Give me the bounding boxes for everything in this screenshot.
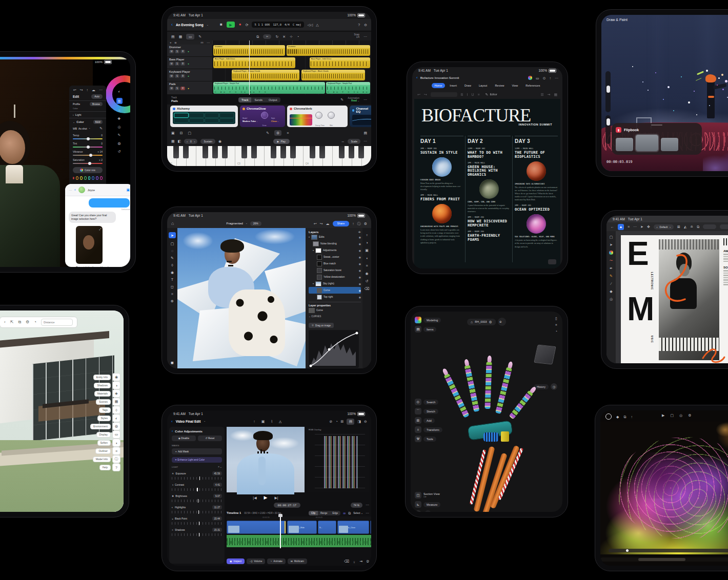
properties-icon[interactable]: ≡ [366,264,368,267]
healing-icon[interactable]: ✚ [118,117,121,120]
retime-icon[interactable]: ◔ [335,420,337,423]
scrubber-handle[interactable] [626,549,629,552]
region[interactable]: Bass Player - Indie Disco [213,57,295,68]
mixer-icon[interactable]: ≡ [287,131,289,135]
view-region-icon[interactable]: ▭ [186,34,194,39]
chromaverb-decay-knob[interactable]: Decay Time [315,112,325,128]
record-takes-icon[interactable]: ▣ [171,131,175,135]
panel-model-info[interactable]: Model Infoⓘ [93,455,120,463]
slider-temp[interactable]: Temp0 [73,134,103,139]
panel-shadows[interactable]: Shadows◑ [94,381,120,389]
chromaglow-model[interactable]: ModelModern Tube ⌄ [242,117,258,122]
visibility-icon[interactable]: ◉ [359,236,361,239]
visibility-icon[interactable]: ◉ [359,296,361,299]
color-dot-orange[interactable] [76,176,78,180]
layer-row[interactable]: Yellow desaturation◉ [309,274,361,280]
edit-icon[interactable]: ☰ [116,98,123,104]
color-section[interactable]: Color [76,120,84,123]
node-tool-icon[interactable]: ➤ [610,243,613,246]
more-icon[interactable]: ⋯ [363,98,367,101]
lock-icon[interactable]: ◉ [218,139,221,143]
wb-value[interactable]: As shot [78,127,87,130]
redo-icon[interactable]: ↪ [424,93,427,96]
zoom-level[interactable]: 74 % [351,503,362,508]
document-title[interactable]: Fragmented [227,222,243,225]
metronome-icon[interactable]: △ [316,23,318,27]
document-canvas[interactable]: BIOFACTURE INNOVATION SUMMIT DAY 1 2PM —… [414,99,560,268]
controls-icon[interactable]: ⚙ [274,130,281,136]
material-icon[interactable]: ◆ [616,415,619,419]
slider-saturation[interactable]: Saturation+ 2 [73,158,103,164]
table-icon[interactable]: ▦ [554,93,557,96]
modeling-button[interactable]: Modeling [415,317,441,323]
back-icon[interactable]: ‹ [171,23,173,27]
indent-icon[interactable]: ⇥ [548,93,551,96]
more-icon[interactable]: ⋯ [366,503,369,507]
region[interactable]: Keyboard Player - Block Chords [301,70,365,80]
layer-row-selected[interactable]: Curve◉ [309,287,361,294]
collapse-button[interactable]: ⊖ [498,318,506,326]
octave-stepper[interactable]: ‹0› [184,139,197,144]
automation-mode[interactable]: AutomationRead ⌄ [348,97,359,102]
prev-frame-icon[interactable]: |◀ [253,496,256,500]
drag-on-image-button[interactable]: ◎Drag on image [309,323,334,328]
pencil-tool-icon[interactable]: ✎ [610,274,613,278]
region[interactable]: Drummer [287,45,370,56]
airplay-icon[interactable]: ◬ [279,420,281,423]
keyboard-icon[interactable]: ▤ [363,131,367,135]
pencil-tool-icon[interactable]: ✎ [198,35,201,38]
present-icon[interactable]: ▭ [536,76,539,80]
frame-thumbnail[interactable] [616,138,633,151]
panel-environment[interactable]: Environment◍ [90,422,120,430]
region[interactable]: Keyboard Player - Simple PadC Am F G Dm … [213,82,325,94]
copy-icon[interactable]: ⧉ [256,35,259,38]
brush-tool-icon[interactable]: ✎ [171,256,174,260]
tab-view[interactable]: View [509,83,521,88]
track-stack-icon[interactable]: ⧈ [175,41,177,44]
alchemy-presets[interactable] [173,112,235,124]
more-icon[interactable]: ⋯ [363,35,367,38]
plugin-channel-eq[interactable]: Channel EQ [350,106,371,127]
brush-opacity-slider[interactable] [605,115,611,144]
trim-button[interactable]: ✂ [263,34,271,39]
help-icon[interactable]: ? [112,463,120,471]
align-icon[interactable]: ≡ [477,93,479,96]
tab-layout[interactable]: Layout [476,83,491,88]
search-icon[interactable]: ⊙ [543,76,546,80]
cursor-icon[interactable]: ➤ [640,225,643,229]
tab-references[interactable]: References [522,83,543,88]
share-button[interactable]: Share [333,221,350,226]
record-enable-button[interactable]: R [180,50,185,53]
slider-shadows[interactable]: ◓Shadows15.31 [172,528,222,536]
scale-button[interactable]: Scale [348,139,360,144]
curves-graph[interactable] [309,330,359,368]
undo-icon[interactable]: ↩ [73,88,76,92]
slider-highlights[interactable]: ◐Highlights11.27 [172,505,222,513]
notifications-icon[interactable]: ◔ [34,320,36,324]
visibility-icon[interactable]: ◉ [359,262,361,265]
page-thumbnail-button[interactable] [548,259,556,264]
back-icon[interactable]: ‹ [416,76,418,80]
presets-icon[interactable]: ◐ [118,90,120,93]
masking-icon[interactable]: ◎ [117,125,120,129]
eyedropper-tool-icon[interactable]: ◎ [610,297,613,301]
layer-row[interactable]: Top right◉ [309,294,361,300]
disable-clip-icon[interactable]: ⊘ [330,420,333,423]
play-icon[interactable]: ▶ [662,413,664,417]
color-mix-dots[interactable] [69,174,106,182]
display-icon[interactable]: ▭ [112,430,120,439]
trash-icon[interactable]: ⌫ [365,287,370,291]
minimize-icon[interactable]: ⊖ [364,420,367,423]
tools-tool[interactable]: ⚒Tools [415,436,436,442]
undo-icon[interactable]: ↩ [314,222,317,225]
frame-thumbnail-current[interactable] [636,135,658,151]
inspector-icon[interactable]: ◨ [357,420,361,423]
comments-icon[interactable]: ◖ [366,256,368,260]
color-dot-red[interactable] [73,177,74,179]
share-icon[interactable]: ↑ [550,76,552,80]
filter-icon[interactable]: ≑ [358,230,361,234]
slider-contrast[interactable]: ◑Contrast4.41 [172,483,222,491]
materials-icon[interactable]: ◈ [112,389,120,398]
stamp-tool-icon[interactable]: ◉ [171,271,174,274]
bold-icon[interactable]: B [461,93,463,96]
